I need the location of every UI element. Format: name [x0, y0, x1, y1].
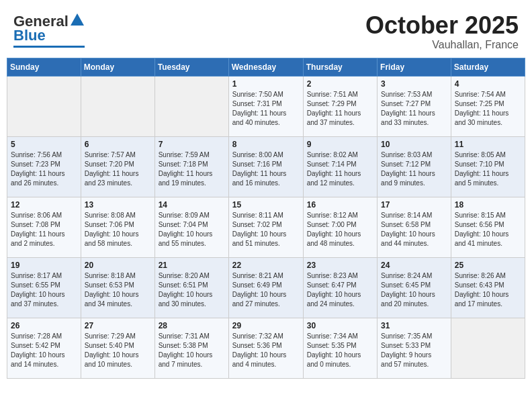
day-info: Sunrise: 8:14 AM Sunset: 6:58 PM Dayligh… [381, 211, 447, 248]
weekday-header-tuesday: Tuesday [154, 58, 228, 76]
calendar-cell: 13Sunrise: 8:08 AM Sunset: 7:06 PM Dayli… [81, 197, 154, 257]
day-info: Sunrise: 8:03 AM Sunset: 7:12 PM Dayligh… [381, 150, 447, 188]
title-section: October 2025 Vauhallan, France [365, 12, 519, 51]
calendar-cell [7, 76, 81, 136]
calendar-cell: 15Sunrise: 8:11 AM Sunset: 7:02 PM Dayli… [228, 197, 303, 257]
day-number: 20 [85, 261, 151, 270]
month-title: October 2025 [365, 12, 519, 39]
calendar-cell: 2Sunrise: 7:51 AM Sunset: 7:29 PM Daylig… [303, 76, 377, 136]
day-number: 9 [307, 140, 373, 149]
day-number: 1 [232, 79, 300, 89]
calendar-cell: 26Sunrise: 7:28 AM Sunset: 5:42 PM Dayli… [7, 318, 81, 378]
day-info: Sunrise: 7:35 AM Sunset: 5:33 PM Dayligh… [381, 332, 447, 369]
day-number: 4 [455, 79, 521, 89]
day-info: Sunrise: 8:15 AM Sunset: 6:56 PM Dayligh… [455, 211, 521, 248]
logo-blue: Blue [13, 27, 46, 44]
day-info: Sunrise: 7:56 AM Sunset: 7:23 PM Dayligh… [11, 150, 77, 188]
day-info: Sunrise: 7:32 AM Sunset: 5:36 PM Dayligh… [232, 332, 300, 369]
calendar-cell: 4Sunrise: 7:54 AM Sunset: 7:25 PM Daylig… [451, 76, 525, 136]
calendar-cell: 28Sunrise: 7:31 AM Sunset: 5:38 PM Dayli… [154, 318, 228, 378]
day-number: 30 [307, 321, 373, 330]
calendar-cell: 3Sunrise: 7:53 AM Sunset: 7:27 PM Daylig… [378, 76, 451, 136]
day-info: Sunrise: 8:17 AM Sunset: 6:55 PM Dayligh… [11, 271, 77, 309]
day-info: Sunrise: 8:21 AM Sunset: 6:49 PM Dayligh… [232, 271, 300, 309]
day-number: 5 [11, 140, 77, 149]
day-number: 13 [85, 200, 151, 210]
location: Vauhallan, France [365, 39, 519, 51]
calendar-cell: 16Sunrise: 8:12 AM Sunset: 7:00 PM Dayli… [303, 197, 377, 257]
day-number: 29 [232, 321, 300, 330]
day-number: 10 [381, 140, 447, 149]
day-number: 22 [232, 261, 300, 270]
day-info: Sunrise: 8:02 AM Sunset: 7:14 PM Dayligh… [307, 150, 373, 188]
calendar-cell: 27Sunrise: 7:29 AM Sunset: 5:40 PM Dayli… [81, 318, 154, 378]
day-info: Sunrise: 7:34 AM Sunset: 5:35 PM Dayligh… [307, 332, 373, 369]
day-number: 16 [307, 200, 373, 210]
calendar-cell: 19Sunrise: 8:17 AM Sunset: 6:55 PM Dayli… [7, 257, 81, 318]
svg-marker-0 [71, 13, 84, 26]
day-number: 15 [232, 200, 300, 210]
calendar-cell: 1Sunrise: 7:50 AM Sunset: 7:31 PM Daylig… [228, 76, 303, 136]
day-number: 12 [11, 200, 77, 210]
day-info: Sunrise: 7:50 AM Sunset: 7:31 PM Dayligh… [232, 90, 300, 128]
calendar-cell: 10Sunrise: 8:03 AM Sunset: 7:12 PM Dayli… [378, 136, 451, 197]
day-number: 31 [381, 321, 447, 330]
day-info: Sunrise: 7:54 AM Sunset: 7:25 PM Dayligh… [455, 90, 521, 128]
week-row-5: 26Sunrise: 7:28 AM Sunset: 5:42 PM Dayli… [7, 318, 525, 378]
calendar-cell: 9Sunrise: 8:02 AM Sunset: 7:14 PM Daylig… [303, 136, 377, 197]
calendar-cell [451, 318, 525, 378]
calendar-cell [154, 76, 228, 136]
week-row-2: 5Sunrise: 7:56 AM Sunset: 7:23 PM Daylig… [7, 136, 525, 197]
calendar-cell: 12Sunrise: 8:06 AM Sunset: 7:08 PM Dayli… [7, 197, 81, 257]
calendar-cell: 31Sunrise: 7:35 AM Sunset: 5:33 PM Dayli… [378, 318, 451, 378]
calendar-cell: 6Sunrise: 7:57 AM Sunset: 7:20 PM Daylig… [81, 136, 154, 197]
day-number: 27 [85, 321, 151, 330]
day-info: Sunrise: 7:53 AM Sunset: 7:27 PM Dayligh… [381, 90, 447, 128]
day-number: 23 [307, 261, 373, 270]
day-number: 14 [159, 200, 225, 210]
day-number: 28 [159, 321, 225, 330]
day-number: 21 [159, 261, 225, 270]
day-info: Sunrise: 7:57 AM Sunset: 7:20 PM Dayligh… [85, 150, 151, 188]
weekday-header-friday: Friday [378, 58, 451, 76]
logo-underline [13, 46, 85, 48]
day-number: 2 [307, 79, 373, 89]
calendar-cell: 21Sunrise: 8:20 AM Sunset: 6:51 PM Dayli… [154, 257, 228, 318]
calendar-cell [81, 76, 154, 136]
day-info: Sunrise: 7:31 AM Sunset: 5:38 PM Dayligh… [159, 332, 225, 369]
day-info: Sunrise: 8:06 AM Sunset: 7:08 PM Dayligh… [11, 211, 77, 248]
calendar-cell: 22Sunrise: 8:21 AM Sunset: 6:49 PM Dayli… [228, 257, 303, 318]
day-number: 17 [381, 200, 447, 210]
weekday-header-sunday: Sunday [7, 58, 81, 76]
calendar-cell: 20Sunrise: 8:18 AM Sunset: 6:53 PM Dayli… [81, 257, 154, 318]
day-info: Sunrise: 8:20 AM Sunset: 6:51 PM Dayligh… [159, 271, 225, 309]
day-info: Sunrise: 8:12 AM Sunset: 7:00 PM Dayligh… [307, 211, 373, 248]
day-number: 3 [381, 79, 447, 89]
weekday-header-wednesday: Wednesday [228, 58, 303, 76]
day-info: Sunrise: 8:24 AM Sunset: 6:45 PM Dayligh… [381, 271, 447, 309]
day-number: 6 [85, 140, 151, 149]
calendar-table: SundayMondayTuesdayWednesdayThursdayFrid… [7, 58, 525, 379]
day-number: 11 [455, 140, 521, 149]
calendar-cell: 18Sunrise: 8:15 AM Sunset: 6:56 PM Dayli… [451, 197, 525, 257]
day-number: 19 [11, 261, 77, 270]
day-info: Sunrise: 8:23 AM Sunset: 6:47 PM Dayligh… [307, 271, 373, 309]
day-info: Sunrise: 8:05 AM Sunset: 7:10 PM Dayligh… [455, 150, 521, 188]
day-number: 7 [159, 140, 225, 149]
day-info: Sunrise: 7:51 AM Sunset: 7:29 PM Dayligh… [307, 90, 373, 128]
calendar-cell: 14Sunrise: 8:09 AM Sunset: 7:04 PM Dayli… [154, 197, 228, 257]
calendar-cell: 8Sunrise: 8:00 AM Sunset: 7:16 PM Daylig… [228, 136, 303, 197]
day-number: 24 [381, 261, 447, 270]
weekday-header-monday: Monday [81, 58, 154, 76]
day-number: 8 [232, 140, 300, 149]
logo-triangle-icon [70, 12, 85, 27]
day-info: Sunrise: 8:08 AM Sunset: 7:06 PM Dayligh… [85, 211, 151, 248]
day-info: Sunrise: 8:11 AM Sunset: 7:02 PM Dayligh… [232, 211, 300, 248]
weekday-header-thursday: Thursday [303, 58, 377, 76]
day-number: 26 [11, 321, 77, 330]
calendar-cell: 30Sunrise: 7:34 AM Sunset: 5:35 PM Dayli… [303, 318, 377, 378]
day-info: Sunrise: 8:26 AM Sunset: 6:43 PM Dayligh… [455, 271, 521, 309]
page-header: General Blue October 2025 Vauhallan, Fra… [7, 7, 525, 54]
logo: General Blue [13, 12, 85, 48]
day-info: Sunrise: 8:09 AM Sunset: 7:04 PM Dayligh… [159, 211, 225, 248]
